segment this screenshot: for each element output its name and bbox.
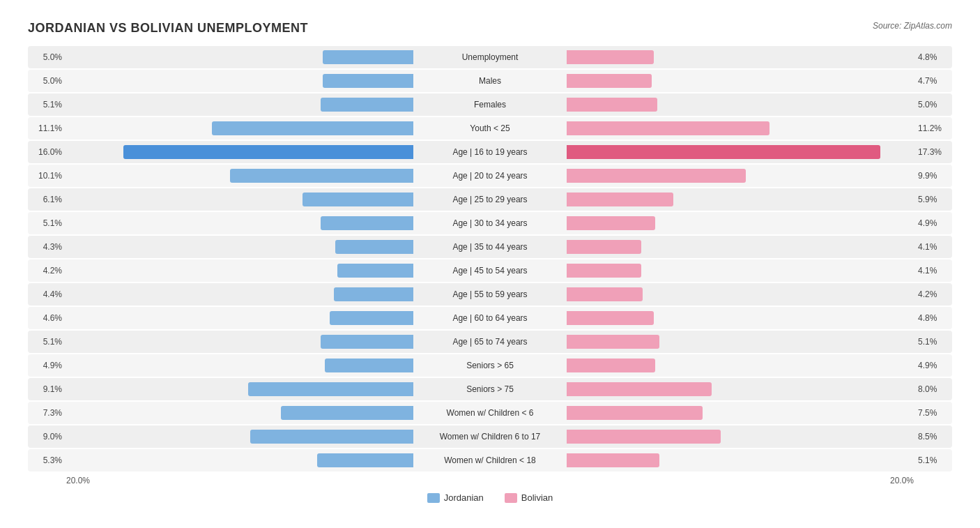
row-label: Women w/ Children 6 to 17 — [413, 432, 567, 442]
left-value: 16.0% — [28, 147, 66, 157]
axis-row: 20.0% 20.0% — [28, 476, 952, 485]
row-label: Age | 30 to 34 years — [413, 218, 567, 228]
right-value: 4.1% — [914, 242, 952, 252]
right-value: 17.3% — [914, 147, 952, 157]
right-bar — [567, 121, 770, 135]
left-value: 4.6% — [28, 313, 66, 323]
right-bar — [567, 50, 654, 64]
left-value: 6.1% — [28, 195, 66, 204]
row-label: Age | 20 to 24 years — [413, 171, 567, 181]
legend: Jordanian Bolivian — [28, 492, 952, 503]
right-bar — [567, 240, 641, 254]
left-value: 7.3% — [28, 408, 66, 418]
right-value: 8.5% — [914, 432, 952, 442]
right-bar — [567, 145, 880, 159]
right-value: 5.9% — [914, 195, 952, 204]
right-bar — [567, 359, 655, 372]
left-bar — [230, 169, 413, 183]
left-bar — [323, 74, 413, 88]
right-value: 8.0% — [914, 384, 952, 394]
right-bar — [567, 287, 643, 301]
right-value: 4.7% — [914, 76, 952, 86]
chart-body: 5.0%Unemployment4.8%5.0%Males4.7%5.1%Fem… — [28, 46, 952, 472]
chart-source: Source: ZipAtlas.com — [873, 21, 952, 31]
left-bar — [250, 430, 413, 444]
chart-row: 7.3%Women w/ Children < 67.5% — [28, 402, 952, 424]
chart-row: 11.1%Youth < 2511.2% — [28, 117, 952, 139]
chart-row: 9.0%Women w/ Children 6 to 178.5% — [28, 425, 952, 448]
left-bar — [325, 359, 413, 372]
left-bar — [334, 287, 413, 301]
left-bar — [330, 311, 413, 325]
chart-row: 4.3%Age | 35 to 44 years4.1% — [28, 236, 952, 258]
chart-container: JORDANIAN VS BOLIVIAN UNEMPLOYMENT Sourc… — [14, 14, 966, 517]
chart-title: JORDANIAN VS BOLIVIAN UNEMPLOYMENT — [28, 21, 308, 36]
left-bar — [337, 264, 413, 278]
row-label: Age | 45 to 54 years — [413, 266, 567, 276]
left-value: 4.4% — [28, 289, 66, 299]
right-value: 4.1% — [914, 266, 952, 276]
chart-row: 4.6%Age | 60 to 64 years4.8% — [28, 307, 952, 329]
right-value: 4.9% — [914, 218, 952, 228]
right-value: 4.8% — [914, 313, 952, 323]
left-bar — [123, 145, 413, 159]
left-value: 10.1% — [28, 171, 66, 181]
left-bar — [317, 453, 413, 467]
chart-row: 6.1%Age | 25 to 29 years5.9% — [28, 188, 952, 211]
chart-row: 5.0%Males4.7% — [28, 70, 952, 92]
row-label: Seniors > 65 — [413, 361, 567, 370]
left-bar — [212, 121, 413, 135]
left-value: 4.2% — [28, 266, 66, 276]
right-bar — [567, 169, 746, 183]
chart-header: JORDANIAN VS BOLIVIAN UNEMPLOYMENT Sourc… — [28, 21, 952, 36]
left-value: 4.3% — [28, 242, 66, 252]
right-bar — [567, 74, 652, 88]
row-label: Unemployment — [413, 52, 567, 62]
right-value: 4.9% — [914, 361, 952, 370]
chart-row: 5.1%Females5.0% — [28, 93, 952, 116]
right-value: 7.5% — [914, 408, 952, 418]
left-value: 11.1% — [28, 123, 66, 133]
chart-row: 5.3%Women w/ Children < 185.1% — [28, 449, 952, 472]
row-label: Age | 16 to 19 years — [413, 147, 567, 157]
bolivian-label: Bolivian — [521, 492, 553, 503]
right-value: 5.0% — [914, 100, 952, 110]
row-label: Youth < 25 — [413, 123, 567, 133]
left-value: 5.3% — [28, 455, 66, 465]
row-label: Age | 55 to 59 years — [413, 289, 567, 299]
left-value: 5.0% — [28, 76, 66, 86]
right-bar — [567, 264, 641, 278]
row-label: Age | 25 to 29 years — [413, 195, 567, 204]
left-bar — [321, 98, 413, 112]
row-label: Women w/ Children < 6 — [413, 408, 567, 418]
right-value: 11.2% — [914, 123, 952, 133]
left-value: 9.0% — [28, 432, 66, 442]
legend-jordanian: Jordanian — [427, 492, 484, 503]
row-label: Seniors > 75 — [413, 384, 567, 394]
chart-row: 5.0%Unemployment4.8% — [28, 46, 952, 68]
chart-row: 4.2%Age | 45 to 54 years4.1% — [28, 259, 952, 282]
jordanian-label: Jordanian — [444, 492, 484, 503]
right-bar — [567, 430, 721, 444]
chart-row: 10.1%Age | 20 to 24 years9.9% — [28, 165, 952, 187]
row-label: Age | 35 to 44 years — [413, 242, 567, 252]
chart-row: 16.0%Age | 16 to 19 years17.3% — [28, 141, 952, 163]
chart-row: 4.4%Age | 55 to 59 years4.2% — [28, 283, 952, 306]
left-value: 5.1% — [28, 337, 66, 347]
right-bar — [567, 193, 673, 206]
chart-row: 5.1%Age | 65 to 74 years5.1% — [28, 331, 952, 353]
right-value: 9.9% — [914, 171, 952, 181]
row-label: Age | 65 to 74 years — [413, 337, 567, 347]
right-bar — [567, 406, 703, 420]
chart-row: 9.1%Seniors > 758.0% — [28, 378, 952, 400]
left-value: 4.9% — [28, 361, 66, 370]
legend-bolivian: Bolivian — [505, 492, 553, 503]
axis-right-label: 20.0% — [890, 476, 914, 485]
right-bar — [567, 98, 657, 112]
left-value: 5.1% — [28, 100, 66, 110]
left-bar — [321, 216, 413, 230]
row-label: Females — [413, 100, 567, 110]
row-label: Women w/ Children < 18 — [413, 455, 567, 465]
right-value: 4.8% — [914, 52, 952, 62]
left-bar — [335, 240, 413, 254]
